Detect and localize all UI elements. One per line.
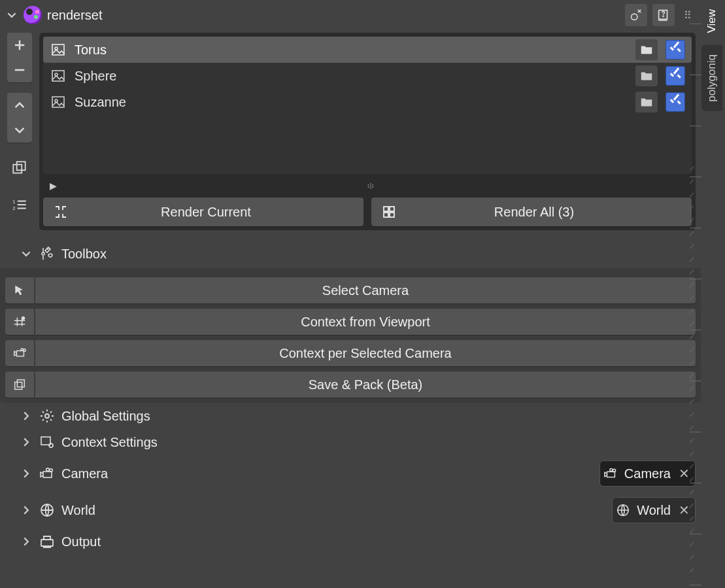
- image-icon: [50, 67, 67, 84]
- svg-rect-24: [41, 437, 50, 445]
- output-icon: [39, 534, 55, 549]
- svg-rect-18: [16, 351, 24, 356]
- context-name: Suzanne: [75, 95, 628, 110]
- output-panel[interactable]: Output: [61, 534, 696, 549]
- unlink-camera-button[interactable]: ✕: [677, 466, 690, 481]
- svg-rect-34: [41, 540, 53, 546]
- move-context-up-button[interactable]: [7, 93, 32, 118]
- camera-chip-label: Camera: [624, 466, 671, 481]
- include-checkbox[interactable]: [666, 66, 685, 86]
- world-icon: [39, 502, 55, 518]
- help-button[interactable]: [652, 4, 675, 26]
- collapse-panel-icon[interactable]: [5, 9, 18, 22]
- svg-point-27: [50, 469, 53, 472]
- remove-context-button[interactable]: [7, 58, 32, 82]
- svg-point-28: [46, 468, 50, 472]
- output-folder-button[interactable]: [635, 39, 658, 60]
- cursor-icon: [5, 277, 34, 303]
- svg-point-23: [45, 414, 49, 418]
- context-row[interactable]: Sphere: [43, 63, 692, 89]
- context-list: Torus Sphere: [39, 33, 696, 230]
- list-expand-icon[interactable]: ▶: [50, 181, 57, 191]
- context-from-viewport-button[interactable]: Context from Viewport: [35, 309, 696, 335]
- render-all-label: Render All (3): [386, 205, 683, 220]
- chevron-down-icon[interactable]: [20, 249, 33, 258]
- numbered-list-button[interactable]: 1 2: [7, 192, 32, 217]
- output-folder-button[interactable]: [635, 92, 658, 112]
- drag-grip-icon[interactable]: ⠿: [680, 9, 696, 22]
- svg-rect-22: [17, 380, 24, 387]
- preferences-button[interactable]: [625, 4, 647, 26]
- camera-icon: [39, 466, 55, 481]
- tab-view[interactable]: View: [701, 0, 722, 43]
- svg-rect-8: [52, 71, 64, 81]
- svg-point-16: [42, 252, 44, 255]
- chevron-right-icon[interactable]: [20, 537, 33, 546]
- include-checkbox[interactable]: [666, 92, 685, 112]
- move-context-down-button[interactable]: [7, 118, 32, 143]
- toolbox-icon: [39, 246, 55, 262]
- chevron-right-icon[interactable]: [20, 438, 33, 447]
- camera-icon: [603, 466, 618, 481]
- render-current-button[interactable]: Render Current: [43, 198, 363, 226]
- output-folder-button[interactable]: [635, 65, 658, 86]
- svg-rect-29: [607, 472, 615, 477]
- add-context-button[interactable]: [7, 33, 32, 58]
- tab-polygoniq[interactable]: polygoniq: [701, 45, 722, 111]
- svg-rect-3: [17, 162, 25, 170]
- viewport-icon: [5, 309, 34, 335]
- global-settings-panel[interactable]: Global Settings: [61, 409, 696, 424]
- camera-add-icon: [5, 340, 34, 366]
- render-all-button[interactable]: Render All (3): [371, 198, 692, 226]
- world-icon: [616, 503, 630, 517]
- save-pack-icon: [5, 372, 34, 398]
- unlink-world-button[interactable]: ✕: [677, 502, 690, 518]
- world-chip-label: World: [637, 503, 671, 518]
- svg-rect-2: [13, 165, 22, 173]
- image-icon: [50, 41, 67, 58]
- svg-point-30: [613, 469, 615, 472]
- context-settings-panel[interactable]: Context Settings: [61, 435, 696, 450]
- svg-point-17: [22, 317, 25, 320]
- gear-icon: [39, 408, 55, 424]
- svg-point-31: [610, 468, 613, 471]
- svg-point-25: [49, 443, 53, 447]
- include-checkbox[interactable]: [666, 40, 685, 60]
- svg-text:1: 1: [12, 199, 15, 205]
- context-row[interactable]: Torus: [43, 37, 692, 63]
- context-per-selected-camera-button[interactable]: Context per Selected Camera: [35, 340, 696, 366]
- chevron-right-icon[interactable]: [20, 411, 33, 421]
- panel-title: renderset: [47, 8, 103, 23]
- svg-point-0: [632, 14, 637, 20]
- world-panel[interactable]: World: [61, 503, 605, 518]
- context-name: Sphere: [75, 69, 628, 84]
- camera-datablock-chip[interactable]: Camera ✕: [599, 460, 696, 487]
- svg-rect-35: [44, 546, 50, 547]
- render-current-label: Render Current: [58, 205, 354, 220]
- context-name: Torus: [75, 43, 628, 58]
- svg-rect-6: [52, 44, 64, 55]
- svg-rect-10: [52, 97, 64, 107]
- multi-edit-button[interactable]: [7, 156, 32, 181]
- world-datablock-chip[interactable]: World ✕: [612, 497, 696, 523]
- context-settings-icon: [39, 434, 55, 450]
- resize-grip-icon[interactable]: ፨: [367, 181, 375, 192]
- svg-rect-21: [15, 382, 22, 389]
- svg-rect-26: [43, 472, 52, 477]
- toolbox-title: Toolbox: [61, 247, 107, 262]
- renderset-logo-icon: [24, 6, 42, 24]
- image-icon: [50, 94, 67, 111]
- chevron-right-icon[interactable]: [20, 469, 33, 478]
- select-camera-button[interactable]: Select Camera: [35, 277, 696, 303]
- context-row[interactable]: Suzanne: [43, 89, 692, 115]
- chevron-right-icon[interactable]: [20, 506, 33, 515]
- svg-point-20: [21, 349, 24, 351]
- camera-panel[interactable]: Camera: [61, 466, 593, 481]
- svg-text:2: 2: [12, 205, 15, 211]
- svg-point-1: [663, 16, 664, 16]
- save-pack-button[interactable]: Save & Pack (Beta): [35, 372, 696, 398]
